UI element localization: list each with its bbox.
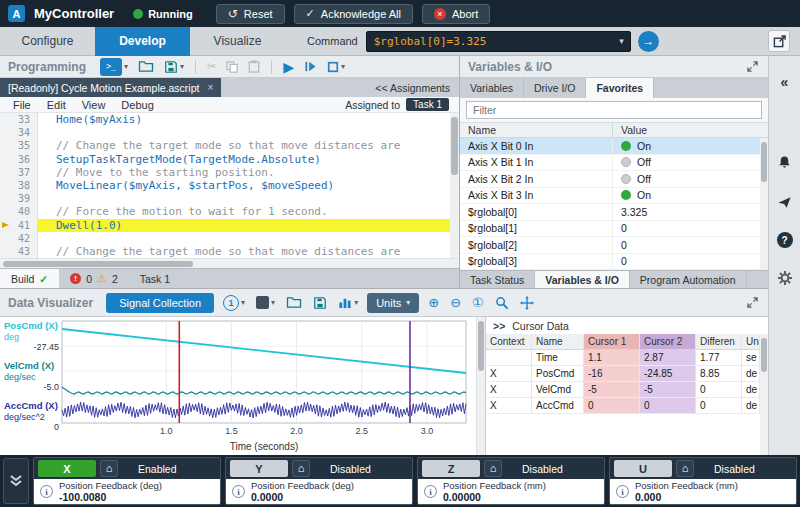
scrollbar-thumb[interactable]	[451, 117, 458, 175]
axis-button-x[interactable]: X	[38, 460, 96, 477]
scrollbar-thumb[interactable]	[761, 338, 767, 372]
variable-row[interactable]: Axis X Bit 1 InOff	[460, 155, 768, 172]
menu-edit[interactable]: Edit	[40, 99, 73, 111]
feedback-button[interactable]	[773, 190, 797, 214]
settings-button[interactable]	[773, 266, 797, 290]
tab-variables[interactable]: Variables	[460, 78, 524, 98]
editor-vertical-scrollbar[interactable]	[450, 113, 459, 258]
chart-scrollbar[interactable]	[476, 317, 485, 455]
command-queue-button[interactable]: >_▾	[98, 58, 130, 76]
signal-collection-button[interactable]: Signal Collection	[106, 293, 214, 313]
variable-row[interactable]: $rglobal[0]3.325	[460, 204, 768, 221]
tab-program-automation[interactable]: Program Automation	[630, 271, 747, 288]
expand-visualizer-button[interactable]	[745, 294, 760, 312]
save-file-button[interactable]: ▾	[162, 58, 186, 76]
scrollbar-thumb[interactable]	[3, 261, 193, 267]
cursor-data-row[interactable]: XAccCmd000de	[486, 398, 760, 414]
cursor-column-header[interactable]: Cursor 2	[640, 334, 696, 350]
tab-build[interactable]: Build ✓	[0, 269, 59, 288]
tab-task-status[interactable]: Task Status	[460, 271, 535, 288]
display-mode-button[interactable]: ▾	[254, 294, 277, 312]
cursor-column-header[interactable]: Context	[486, 334, 532, 350]
code-line[interactable]: MoveLinear($myAxis, $startPos, $moveSpee…	[38, 179, 450, 192]
cursor-data-row[interactable]: XPosCmd-16-24.858.85de	[486, 366, 760, 382]
cursor-column-header[interactable]: Differen	[696, 334, 742, 350]
variable-row[interactable]: $rglobal[3]0	[460, 254, 768, 271]
help-button[interactable]: ?	[773, 228, 797, 252]
cursor-column-header[interactable]: Cursor 1	[584, 334, 640, 350]
scrollbar-thumb[interactable]	[478, 321, 484, 371]
command-history-caret-icon[interactable]: ▾	[617, 36, 626, 46]
tab-variables-io[interactable]: Variables & I/O	[535, 271, 630, 288]
variable-row[interactable]: Axis X Bit 2 InOff	[460, 171, 768, 188]
open-new-window-button[interactable]	[768, 30, 790, 52]
acknowledge-all-button[interactable]: ✓ Acknowledge All	[294, 4, 413, 24]
home-button[interactable]: ⌂	[292, 460, 310, 477]
variable-row[interactable]: Axis X Bit 0 InOn	[460, 138, 768, 155]
stop-program-button[interactable]: ▾	[325, 58, 347, 76]
open-collection-button[interactable]	[284, 294, 304, 312]
axis-button-y[interactable]: Y	[230, 460, 288, 477]
code-line[interactable]: // Force the motion to wait for 1 second…	[38, 205, 450, 218]
home-button[interactable]: ⌂	[100, 460, 118, 477]
editor-horizontal-scrollbar[interactable]	[0, 258, 459, 268]
tab-configure[interactable]: Configure	[0, 27, 95, 56]
cursor-data-row[interactable]: Time1.12.871.77se	[486, 350, 760, 366]
tab-develop[interactable]: Develop	[95, 27, 190, 56]
code-line[interactable]: SetupTaskTargetMode(TargetMode.Absolute)	[38, 153, 450, 166]
open-file-button[interactable]	[136, 58, 156, 76]
task-badge[interactable]: Task 1	[406, 98, 449, 111]
column-value[interactable]: Value	[612, 123, 768, 137]
command-input[interactable]	[374, 35, 617, 48]
zoom-reset-button[interactable]: ①	[470, 294, 486, 312]
code-line[interactable]	[38, 192, 450, 205]
tab-favorites[interactable]: Favorites	[586, 78, 654, 98]
code-line[interactable]	[38, 232, 450, 245]
tab-task1[interactable]: Task 1	[129, 269, 181, 288]
collapse-strip-button[interactable]: «	[773, 70, 797, 94]
variables-scrollbar[interactable]	[760, 138, 768, 270]
abort-button[interactable]: × Abort	[422, 4, 490, 24]
error-counter[interactable]: ! 0 ⚠ 2	[59, 269, 129, 288]
variable-row[interactable]: $rglobal[1]0	[460, 221, 768, 238]
collection-select-button[interactable]: 1▾	[221, 294, 247, 312]
code-line[interactable]: Dwell(1.0)	[38, 219, 450, 232]
cursor-data-row[interactable]: XVelCmd-5-50de	[486, 382, 760, 398]
zoom-out-button[interactable]: ⊖	[448, 294, 463, 312]
menu-file[interactable]: File	[6, 99, 38, 111]
assignments-toggle[interactable]: << Assignments	[366, 78, 459, 97]
filter-input[interactable]	[466, 101, 762, 119]
chart-canvas[interactable]: 1.01.52.02.53.0Time (seconds)	[0, 317, 476, 455]
cursor-column-header[interactable]: Un	[742, 334, 760, 350]
code-line[interactable]: Home($myAxis)	[38, 113, 450, 126]
reset-button[interactable]: ↺ Reset	[216, 4, 285, 24]
code-editor[interactable]: 3334353637383940414243 Home($myAxis) // …	[0, 113, 459, 258]
tab-drive-io[interactable]: Drive I/O	[524, 78, 586, 98]
code-line[interactable]	[38, 126, 450, 139]
cursor-column-header[interactable]: Name	[532, 334, 584, 350]
variable-row[interactable]: Axis X Bit 3 InOn	[460, 188, 768, 205]
home-button[interactable]: ⌂	[484, 460, 502, 477]
close-icon[interactable]: ×	[207, 82, 213, 93]
code-line[interactable]: // Change the target mode so that move d…	[38, 245, 450, 258]
cursor-table-scrollbar[interactable]	[760, 334, 768, 455]
chart-area[interactable]: PosCmd (X)deg-27.45VelCmd (X)deg/sec-5.0…	[0, 317, 476, 455]
run-program-button[interactable]: ▶	[281, 58, 296, 76]
chevrons-right-icon[interactable]: >>	[493, 320, 505, 332]
scrollbar-thumb[interactable]	[761, 142, 767, 182]
axis-button-z[interactable]: Z	[422, 460, 480, 477]
pan-button[interactable]	[518, 294, 536, 312]
menu-view[interactable]: View	[75, 99, 113, 111]
home-button[interactable]: ⌂	[676, 460, 694, 477]
zoom-in-button[interactable]: ⊕	[426, 294, 441, 312]
chart-type-button[interactable]: ▾	[336, 294, 360, 312]
units-dropdown[interactable]: Units▾	[367, 293, 419, 313]
tab-visualize[interactable]: Visualize	[190, 27, 285, 56]
step-over-button[interactable]	[302, 58, 319, 76]
column-name[interactable]: Name	[460, 123, 612, 137]
code-line[interactable]: // Move to the starting position.	[38, 166, 450, 179]
execute-command-button[interactable]: →	[638, 31, 659, 52]
file-tab[interactable]: [Readonly] Cycle Motion Example.ascript …	[0, 78, 221, 97]
axis-button-u[interactable]: U	[614, 460, 672, 477]
expand-panel-button[interactable]	[745, 58, 760, 76]
